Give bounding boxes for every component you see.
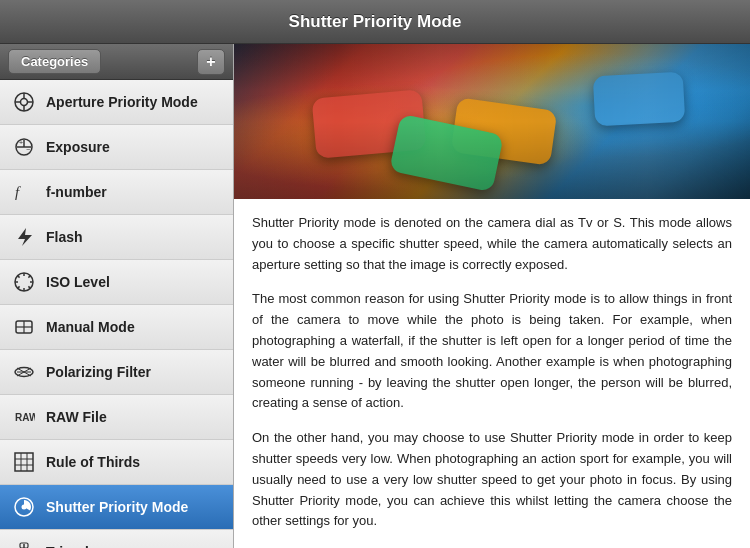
tripod-icon [10, 538, 38, 548]
svg-line-17 [18, 276, 20, 278]
sidebar-item-shutter-priority[interactable]: Shutter Priority Mode [0, 485, 233, 530]
svg-text:−: − [26, 146, 30, 153]
raw-icon: RAW [10, 403, 38, 431]
sidebar-item-label: Aperture Priority Mode [46, 94, 198, 110]
content-paragraph-1: Shutter Priority mode is denoted on the … [252, 213, 732, 275]
sidebar-item-label: f-number [46, 184, 107, 200]
content-paragraph-3: On the other hand, you may choose to use… [252, 428, 732, 532]
svg-point-1 [21, 99, 28, 106]
svg-rect-29 [15, 453, 33, 471]
sidebar-item-iso-level[interactable]: ISO Level [0, 260, 233, 305]
page-title: Shutter Priority Mode [289, 12, 462, 32]
sidebar-item-label: Shutter Priority Mode [46, 499, 188, 515]
flash-icon [10, 223, 38, 251]
content-text: Shutter Priority mode is denoted on the … [234, 199, 750, 548]
svg-text:+: + [19, 139, 23, 146]
sidebar-item-label: Manual Mode [46, 319, 135, 335]
polarizing-icon [10, 358, 38, 386]
sidebar-item-label: Tripod [46, 544, 89, 548]
sidebar-item-label: Exposure [46, 139, 110, 155]
svg-text:RAW: RAW [15, 412, 35, 423]
sidebar-item-raw-file[interactable]: RAW RAW File [0, 395, 233, 440]
sidebar-item-label: RAW File [46, 409, 107, 425]
manual-icon [10, 313, 38, 341]
sidebar-item-label: ISO Level [46, 274, 110, 290]
sidebar-item-label: Flash [46, 229, 83, 245]
svg-point-35 [22, 505, 27, 510]
sidebar-item-tripod[interactable]: Tripod [0, 530, 233, 548]
exposure-icon: + − [10, 133, 38, 161]
sidebar-item-rule-of-thirds[interactable]: Rule of Thirds [0, 440, 233, 485]
content-image [234, 44, 750, 199]
sidebar-item-label: Polarizing Filter [46, 364, 151, 380]
sidebar-item-manual-mode[interactable]: Manual Mode [0, 305, 233, 350]
sidebar-item-f-number[interactable]: f f-number [0, 170, 233, 215]
add-button[interactable]: + [197, 49, 225, 75]
sidebar-item-polarizing-filter[interactable]: Polarizing Filter [0, 350, 233, 395]
sidebar-item-flash[interactable]: Flash [0, 215, 233, 260]
sidebar-item-label: Rule of Thirds [46, 454, 140, 470]
iso-icon [10, 268, 38, 296]
rule-thirds-icon [10, 448, 38, 476]
content-panel: Shutter Priority mode is denoted on the … [234, 44, 750, 548]
sidebar-item-aperture-priority[interactable]: Aperture Priority Mode [0, 80, 233, 125]
svg-line-20 [28, 276, 30, 278]
aperture-icon [10, 88, 38, 116]
svg-text:f: f [15, 184, 21, 200]
fnumber-icon: f [10, 178, 38, 206]
content-paragraph-2: The most common reason for using Shutter… [252, 289, 732, 414]
svg-line-18 [28, 286, 30, 288]
sidebar-item-exposure[interactable]: + − Exposure [0, 125, 233, 170]
sidebar-list: Aperture Priority Mode + − Exposure f f-… [0, 80, 233, 548]
svg-line-19 [18, 286, 20, 288]
categories-button[interactable]: Categories [8, 49, 101, 74]
sidebar: Categories + Aperture Priority Mode + − … [0, 44, 234, 548]
shutter-icon [10, 493, 38, 521]
sidebar-header: Categories + [0, 44, 233, 80]
